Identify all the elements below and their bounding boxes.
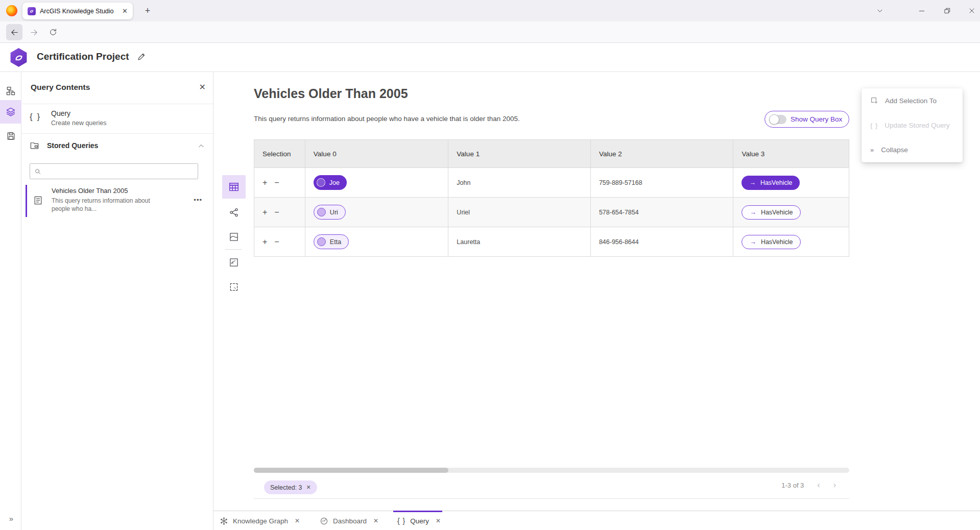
new-tab-button[interactable]: + <box>141 4 154 17</box>
column-header[interactable]: Selection <box>254 140 305 167</box>
table-row: +− Joe John 759-889-57168 →HasVehicle <box>254 168 849 198</box>
next-page-icon[interactable]: › <box>833 480 836 490</box>
selection-tool-button[interactable] <box>222 275 246 299</box>
window-restore-button[interactable] <box>937 3 958 18</box>
table-header-row: Selection Value 0 Value 1 Value 2 Value … <box>254 140 849 168</box>
query-item[interactable]: { } Query Create new queries <box>21 105 213 134</box>
tab-knowledge-graph[interactable]: Knowledge Graph ✕ <box>220 511 300 530</box>
query-item-subtitle: Create new queries <box>51 119 106 127</box>
query-contents-panel: Query Contents ✕ { } Query Create new qu… <box>21 72 213 530</box>
window-close-button[interactable] <box>961 3 980 18</box>
tab-query[interactable]: { } Query ✕ <box>397 511 441 530</box>
map-view-button[interactable] <box>222 225 246 249</box>
column-header[interactable]: Value 0 <box>305 140 449 167</box>
selected-count-label: Selected: 3 <box>270 484 302 491</box>
back-button[interactable] <box>6 24 22 40</box>
tab-close-icon[interactable]: ✕ <box>436 517 441 524</box>
toggle-track[interactable] <box>769 115 786 124</box>
entity-dot-icon <box>317 237 326 246</box>
chevron-up-icon[interactable] <box>198 142 205 150</box>
cell-value: 846-956-8644 <box>591 227 734 256</box>
show-query-box-toggle[interactable]: Show Query Box <box>764 111 849 128</box>
cell-value: 578-654-7854 <box>591 198 734 227</box>
tab-close-icon[interactable]: ✕ <box>373 517 378 524</box>
add-to-selection-button[interactable]: + <box>262 178 267 187</box>
dashed-select-icon <box>229 282 239 292</box>
tab-dashboard[interactable]: Dashboard ✕ <box>320 511 378 530</box>
link-chart-view-button[interactable] <box>222 201 246 224</box>
prev-page-icon[interactable]: ‹ <box>817 480 820 490</box>
tool-rail-divider <box>225 249 242 250</box>
chip-close-icon[interactable]: ✕ <box>306 484 311 491</box>
link-chart-icon <box>229 207 239 218</box>
stored-query-file-icon <box>33 196 43 205</box>
left-rail: » <box>0 72 21 530</box>
app-header: Certification Project ? PL publisher2 la… <box>0 43 980 72</box>
remove-from-selection-button[interactable]: − <box>274 208 279 217</box>
selected-count-chip[interactable]: Selected: 3 ✕ <box>264 480 317 494</box>
new-map-from-selection-button[interactable] <box>222 251 246 274</box>
browser-tab[interactable]: ArcGIS Knowledge Studio ✕ <box>22 3 133 19</box>
tab-close-icon[interactable]: ✕ <box>295 517 300 524</box>
entity-dot-icon <box>317 178 325 187</box>
map-selection-icon <box>229 257 239 268</box>
query-result-title: Vehicles Older Than 2005 <box>254 86 408 101</box>
rail-expand-chevrons-icon[interactable]: » <box>0 514 21 523</box>
scrollbar-thumb[interactable] <box>254 468 448 473</box>
table-view-button[interactable] <box>222 175 246 199</box>
entity-dot-icon <box>317 208 326 216</box>
remove-from-selection-button[interactable]: − <box>274 178 279 187</box>
relationship-pill[interactable]: →HasVehicle <box>742 205 801 220</box>
tab-close-icon[interactable]: ✕ <box>122 7 128 15</box>
map-icon <box>229 232 239 242</box>
results-table: Selection Value 0 Value 1 Value 2 Value … <box>254 139 849 257</box>
table-row: +− Etta Lauretta 846-956-8644 →HasVehicl… <box>254 227 849 257</box>
menu-item-add-selection-to[interactable]: Add Selection To <box>862 88 963 113</box>
rail-layers-icon[interactable] <box>0 100 21 124</box>
cell-value: Lauretta <box>448 227 591 256</box>
braces-icon: { } <box>397 517 405 525</box>
bottom-tab-bar: Knowledge Graph ✕ Dashboard ✕ { } Query … <box>213 511 980 530</box>
horizontal-scrollbar[interactable] <box>254 468 849 473</box>
entity-pill[interactable]: Joe <box>314 175 347 190</box>
forward-button[interactable] <box>26 24 42 40</box>
screen: ArcGIS Knowledge Studio ✕ + htt <box>0 0 980 530</box>
dashboard-gauge-icon <box>320 517 328 525</box>
rail-model-icon[interactable] <box>0 79 21 103</box>
rail-save-icon[interactable] <box>0 124 21 148</box>
relationship-pill[interactable]: →HasVehicle <box>742 176 800 190</box>
folder-icon <box>30 140 39 150</box>
stored-queries-header[interactable]: Stored Queries <box>21 137 213 158</box>
window-minimize-button[interactable] <box>911 3 933 18</box>
toggle-knob[interactable] <box>769 114 779 125</box>
firefox-icon[interactable] <box>6 5 17 16</box>
edit-pencil-icon[interactable] <box>137 52 146 61</box>
panel-title: Query Contents <box>31 83 90 92</box>
column-header[interactable]: Value 1 <box>448 140 591 167</box>
query-result-description: This query returns information about peo… <box>254 115 520 123</box>
stored-queries-search-input[interactable] <box>44 167 194 175</box>
panel-header: Query Contents ✕ <box>21 72 213 104</box>
menu-item-collapse[interactable]: » Collapse <box>862 137 963 162</box>
braces-icon: { } <box>30 112 41 122</box>
entity-pill[interactable]: Etta <box>314 234 349 249</box>
remove-from-selection-button[interactable]: − <box>274 237 279 247</box>
arrow-right-icon: → <box>749 179 756 186</box>
reload-button[interactable] <box>45 24 61 40</box>
entity-pill[interactable]: Uri <box>314 205 346 220</box>
tab-list-chevron-icon[interactable] <box>869 3 891 18</box>
panel-close-icon[interactable]: ✕ <box>199 82 206 92</box>
ellipsis-menu-icon[interactable]: ••• <box>194 196 202 204</box>
table-icon <box>228 181 240 192</box>
column-header[interactable]: Value 3 <box>733 140 849 167</box>
add-to-selection-button[interactable]: + <box>262 208 267 217</box>
stored-query-item[interactable]: Vehicles Older Than 2005 This query retu… <box>26 185 209 217</box>
knowledge-studio-logo-icon <box>9 48 28 67</box>
relationship-pill[interactable]: →HasVehicle <box>742 235 801 249</box>
stored-query-description: This query returns information aboutpeop… <box>52 197 150 213</box>
column-header[interactable]: Value 2 <box>591 140 734 167</box>
stored-queries-search <box>30 163 198 179</box>
add-to-selection-button[interactable]: + <box>262 237 267 247</box>
browser-tab-strip: ArcGIS Knowledge Studio ✕ + <box>0 0 980 21</box>
menu-item-update-stored-query[interactable]: { } Update Stored Query <box>862 113 963 137</box>
